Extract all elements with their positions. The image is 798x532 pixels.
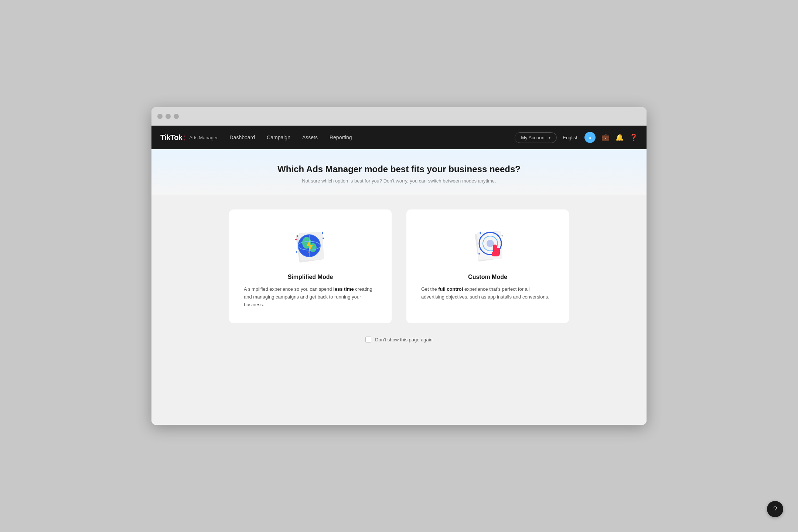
- svg-point-9: [297, 235, 298, 237]
- floating-help-icon: ?: [773, 505, 777, 513]
- help-icon[interactable]: ❓: [630, 133, 638, 141]
- simplified-desc-highlight: less time: [333, 286, 354, 292]
- my-account-label: My Account: [521, 135, 546, 140]
- simplified-mode-svg: ✦ ✦: [286, 224, 334, 265]
- simplified-desc-prefix: A simplified experience so you can spend: [244, 286, 333, 292]
- simplified-mode-card[interactable]: ✦ ✦ Simplified Mode A simplified experie…: [229, 209, 392, 323]
- brand: TikTok : Ads Manager: [160, 133, 218, 142]
- main-content: ✦ ✦ Simplified Mode A simplified experie…: [151, 195, 647, 425]
- custom-mode-card[interactable]: ✦ ✦ Custom Mode Get the full control exp…: [406, 209, 569, 323]
- svg-text:✦: ✦: [321, 231, 324, 236]
- custom-desc-prefix: Get the: [421, 286, 438, 292]
- nav-reporting[interactable]: Reporting: [330, 133, 352, 142]
- avatar[interactable]: u: [584, 132, 596, 143]
- hero-section: Which Ads Manager mode best fits your bu…: [151, 149, 647, 195]
- svg-point-11: [296, 251, 297, 253]
- browser-titlebar: [151, 107, 647, 126]
- custom-mode-description: Get the full control experience that's p…: [421, 286, 554, 301]
- simplified-mode-description: A simplified experience so you can spend…: [244, 286, 377, 308]
- svg-rect-19: [493, 245, 495, 250]
- custom-mode-svg: ✦ ✦: [464, 224, 512, 265]
- custom-desc-highlight: full control: [438, 286, 463, 292]
- hero-subtitle: Not sure which option is best for you? D…: [159, 178, 639, 184]
- ads-manager-label: Ads Manager: [189, 135, 218, 140]
- tiktok-wordmark: TikTok: [160, 133, 183, 142]
- dont-show-label: Don't show this page again: [375, 337, 433, 342]
- nav-campaign[interactable]: Campaign: [267, 133, 290, 142]
- custom-illustration: ✦ ✦: [421, 224, 554, 265]
- svg-text:✦: ✦: [478, 231, 482, 236]
- svg-text:✦: ✦: [294, 238, 297, 242]
- nav-assets[interactable]: Assets: [302, 133, 318, 142]
- browser-dot-red: [157, 114, 163, 119]
- navbar-right: My Account ▾ English u 💼 🔔 ❓: [515, 132, 638, 143]
- cards-row: ✦ ✦ Simplified Mode A simplified experie…: [222, 209, 576, 323]
- browser-dot-green: [174, 114, 179, 119]
- my-account-button[interactable]: My Account ▾: [515, 132, 557, 143]
- svg-point-23: [478, 253, 480, 255]
- custom-mode-title: Custom Mode: [468, 274, 507, 280]
- dont-show-again-row[interactable]: Don't show this page again: [365, 337, 433, 342]
- tiktok-logo: TikTok :: [160, 133, 185, 142]
- floating-help-button[interactable]: ?: [767, 501, 783, 517]
- svg-point-10: [323, 238, 324, 239]
- navbar-nav: Dashboard Campaign Assets Reporting: [230, 133, 515, 142]
- svg-point-22: [498, 252, 500, 254]
- hero-title: Which Ads Manager mode best fits your bu…: [159, 164, 639, 174]
- language-selector[interactable]: English: [563, 135, 579, 140]
- dont-show-checkbox[interactable]: [365, 337, 371, 342]
- browser-dot-yellow: [166, 114, 171, 119]
- tiktok-dot: :: [183, 133, 186, 142]
- briefcase-icon[interactable]: 💼: [601, 133, 610, 141]
- browser-content: TikTok : Ads Manager Dashboard Campaign …: [151, 126, 647, 425]
- simplified-mode-title: Simplified Mode: [288, 274, 333, 280]
- navbar: TikTok : Ads Manager Dashboard Campaign …: [151, 126, 647, 149]
- chevron-down-icon: ▾: [549, 136, 550, 140]
- svg-point-18: [487, 240, 494, 247]
- simplified-illustration: ✦ ✦: [244, 224, 377, 265]
- browser-window: TikTok : Ads Manager Dashboard Campaign …: [151, 107, 647, 425]
- bell-icon[interactable]: 🔔: [615, 133, 624, 141]
- nav-dashboard[interactable]: Dashboard: [230, 133, 255, 142]
- svg-text:✦: ✦: [501, 234, 504, 238]
